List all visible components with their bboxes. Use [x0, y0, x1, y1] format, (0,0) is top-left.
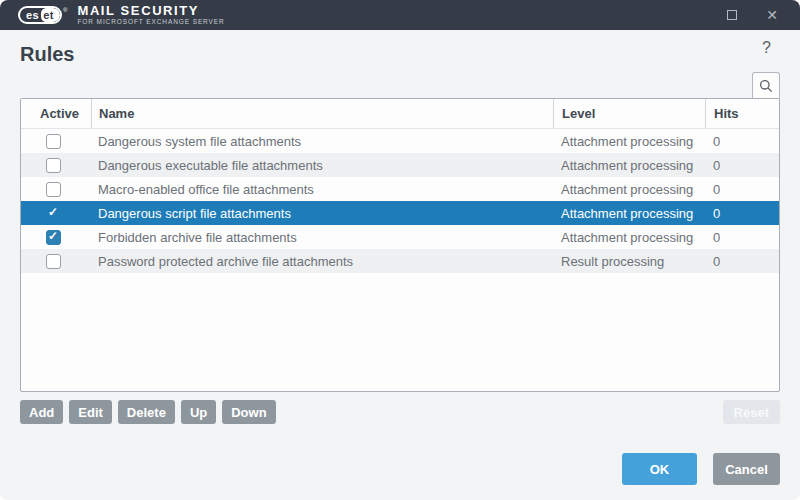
maximize-button[interactable]	[722, 5, 742, 25]
titlebar: es et ® MAIL SECURITY FOR MICROSOFT EXCH…	[0, 0, 800, 30]
table-row[interactable]: Macro-enabled office file attachments At…	[21, 177, 779, 201]
page-title: Rules	[20, 43, 74, 66]
rule-name: Forbidden archive file attachments	[91, 225, 553, 249]
add-button[interactable]: Add	[20, 400, 63, 424]
ok-button[interactable]: OK	[622, 453, 697, 485]
table-row[interactable]: Forbidden archive file attachments Attac…	[21, 225, 779, 249]
rule-hits: 0	[705, 225, 779, 249]
table-header: Active Name Level Hits	[21, 99, 779, 129]
rules-table: Active Name Level Hits Dangerous system …	[20, 98, 780, 392]
rule-level: Attachment processing	[553, 129, 705, 153]
active-checkbox[interactable]	[46, 254, 61, 269]
help-button[interactable]: ?	[762, 39, 771, 57]
rule-level: Attachment processing	[553, 225, 705, 249]
table-body: Dangerous system file attachments Attach…	[21, 129, 779, 391]
reset-button[interactable]: Reset	[723, 400, 780, 424]
delete-button[interactable]: Delete	[118, 400, 175, 424]
rule-name: Macro-enabled office file attachments	[91, 177, 553, 201]
rule-name: Password protected archive file attachme…	[91, 249, 553, 273]
rule-level: Attachment processing	[553, 177, 705, 201]
active-checkbox[interactable]	[46, 206, 61, 221]
close-icon: ✕	[766, 8, 778, 22]
active-checkbox[interactable]	[46, 230, 61, 245]
brand-text: MAIL SECURITY FOR MICROSOFT EXCHANGE SER…	[77, 4, 224, 26]
close-button[interactable]: ✕	[762, 5, 782, 25]
eset-logo-right: et	[41, 8, 60, 22]
maximize-icon	[727, 10, 737, 20]
product-name: MAIL SECURITY	[77, 4, 224, 17]
rule-hits: 0	[705, 201, 779, 225]
search-button[interactable]	[752, 72, 780, 99]
eset-logo-left: es	[20, 8, 41, 22]
column-header-active[interactable]: Active	[21, 99, 91, 128]
table-row[interactable]: Dangerous system file attachments Attach…	[21, 129, 779, 153]
rule-hits: 0	[705, 153, 779, 177]
product-subtitle: FOR MICROSOFT EXCHANGE SERVER	[77, 18, 224, 26]
active-checkbox[interactable]	[46, 182, 61, 197]
table-row-selected[interactable]: Dangerous script file attachments Attach…	[21, 201, 779, 225]
rule-level: Attachment processing	[553, 201, 705, 225]
content-area: Rules ? Active Name Level Hits Dangerous…	[0, 30, 800, 500]
active-checkbox[interactable]	[46, 158, 61, 173]
eset-logo: es et	[18, 6, 62, 24]
footer: OK Cancel	[622, 453, 780, 485]
rule-name: Dangerous executable file attachments	[91, 153, 553, 177]
up-button[interactable]: Up	[181, 400, 216, 424]
toolbar: Add Edit Delete Up Down	[20, 400, 276, 424]
rule-name: Dangerous system file attachments	[91, 129, 553, 153]
rule-hits: 0	[705, 249, 779, 273]
registered-mark: ®	[63, 7, 67, 13]
rule-hits: 0	[705, 129, 779, 153]
rule-level: Attachment processing	[553, 153, 705, 177]
down-button[interactable]: Down	[222, 400, 275, 424]
rule-name: Dangerous script file attachments	[91, 201, 553, 225]
rule-hits: 0	[705, 177, 779, 201]
edit-button[interactable]: Edit	[69, 400, 112, 424]
app-window: es et ® MAIL SECURITY FOR MICROSOFT EXCH…	[0, 0, 800, 500]
window-controls: ✕	[722, 5, 782, 25]
cancel-button[interactable]: Cancel	[713, 453, 780, 485]
table-row[interactable]: Password protected archive file attachme…	[21, 249, 779, 273]
column-header-level[interactable]: Level	[553, 99, 705, 128]
table-row[interactable]: Dangerous executable file attachments At…	[21, 153, 779, 177]
column-header-hits[interactable]: Hits	[705, 99, 779, 128]
active-checkbox[interactable]	[46, 134, 61, 149]
search-icon	[759, 79, 773, 93]
column-header-name[interactable]: Name	[91, 99, 553, 128]
rule-level: Result processing	[553, 249, 705, 273]
